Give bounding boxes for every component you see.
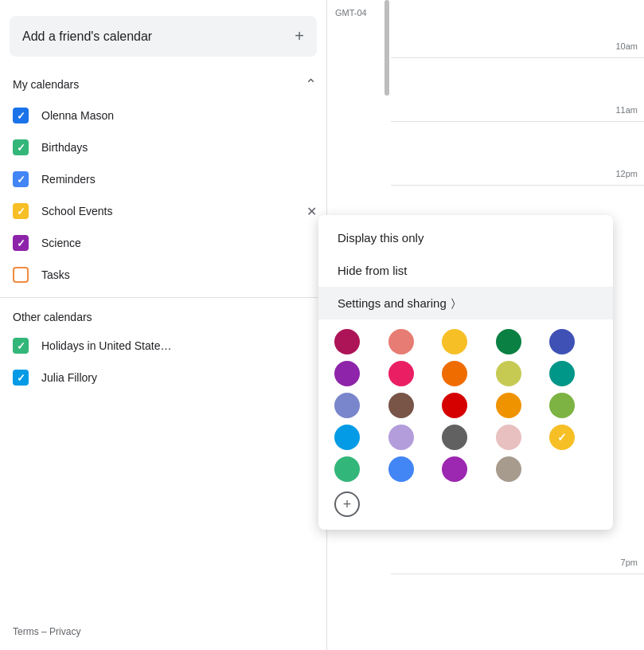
color-swatch-avocado[interactable] — [496, 361, 521, 386]
color-swatch-tomato2[interactable] — [442, 393, 467, 418]
privacy-link[interactable]: Privacy — [49, 626, 80, 637]
calendar-item-holidays[interactable]: ✓ Holidays in United State… — [0, 330, 326, 362]
add-plus-icon: + — [295, 27, 304, 45]
color-swatch-banana-selected[interactable] — [549, 425, 575, 450]
calendar-label-school: School Events — [41, 205, 306, 217]
calendar-checkbox-tasks — [13, 267, 29, 283]
color-swatch-mango[interactable] — [496, 393, 521, 418]
calendar-item-tasks[interactable]: Tasks — [0, 259, 326, 291]
terms-link[interactable]: Terms — [13, 626, 39, 637]
grid-line-12pm — [391, 185, 644, 186]
color-swatch-pink[interactable] — [388, 361, 414, 386]
section-separator — [0, 297, 326, 298]
calendar-checkbox-holidays: ✓ — [13, 338, 29, 354]
grid-line-11am — [391, 121, 644, 122]
menu-item-hide[interactable]: Hide from list — [318, 254, 613, 287]
color-swatch-green[interactable] — [549, 393, 575, 418]
color-swatch-peacock[interactable] — [549, 329, 575, 354]
calendar-item-science[interactable]: ✓ Science — [0, 227, 326, 259]
gmt-label: GMT-04 — [335, 8, 367, 18]
footer: Terms – Privacy — [13, 626, 80, 637]
color-swatch-flamingo[interactable] — [388, 329, 414, 354]
color-swatch-teal[interactable] — [549, 361, 575, 386]
other-calendars-section: Other calendars — [0, 304, 326, 327]
my-calendars-chevron-icon[interactable]: ⌃ — [305, 76, 317, 93]
add-friend-button[interactable]: Add a friend's calendar + — [10, 16, 317, 57]
other-calendars-title: Other calendars — [13, 311, 92, 323]
footer-links: Terms – Privacy — [13, 626, 80, 637]
menu-item-display-only[interactable]: Display this only — [318, 221, 613, 254]
calendar-checkbox-julia: ✓ — [13, 370, 29, 386]
cursor-icon: 〉 — [451, 296, 455, 310]
color-swatch-blush[interactable] — [496, 425, 521, 450]
calendar-item-reminders[interactable]: ✓ Reminders — [0, 163, 326, 195]
color-swatch-graphite[interactable] — [388, 393, 414, 418]
color-swatch-sage[interactable] — [496, 329, 521, 354]
settings-sharing-label: Settings and sharing — [338, 296, 447, 310]
color-swatch-wisteria[interactable] — [388, 425, 414, 450]
my-calendars-title: My calendars — [13, 78, 79, 91]
calendar-label-olenna: Olenna Mason — [41, 109, 317, 122]
color-swatch-pebble[interactable] — [496, 456, 521, 482]
calendar-label-tasks: Tasks — [41, 268, 317, 281]
calendar-checkbox-olenna: ✓ — [13, 108, 29, 123]
color-swatch-lavender[interactable] — [334, 393, 360, 418]
color-swatch-tomato[interactable] — [334, 329, 360, 354]
calendar-checkbox-birthdays: ✓ — [13, 139, 29, 155]
calendar-label-holidays: Holidays in United State… — [41, 339, 317, 352]
calendar-checkbox-reminders: ✓ — [13, 171, 29, 187]
hide-from-list-label: Hide from list — [338, 264, 408, 277]
time-label-11am: 11am — [615, 105, 638, 115]
context-menu: Display this only Hide from list Setting… — [318, 215, 613, 530]
color-swatch-blue[interactable] — [334, 425, 360, 450]
calendar-close-school-icon[interactable]: ✕ — [306, 204, 317, 219]
display-only-label: Display this only — [338, 231, 423, 245]
color-swatch-plum[interactable] — [442, 456, 467, 482]
time-label-12pm: 12pm — [615, 169, 638, 178]
color-swatch-tangerine[interactable] — [442, 361, 467, 386]
time-label-10am: 10am — [615, 41, 638, 51]
add-custom-color-button[interactable]: + — [334, 491, 360, 517]
my-calendars-section: My calendars ⌃ — [0, 69, 326, 96]
calendar-checkbox-school: ✓ — [13, 203, 29, 219]
calendar-label-julia: Julia Fillory — [41, 371, 317, 384]
footer-separator: – — [41, 626, 47, 637]
calendar-label-reminders: Reminders — [41, 173, 317, 186]
calendar-checkbox-science: ✓ — [13, 235, 29, 251]
color-swatch-cobalt[interactable] — [388, 456, 414, 482]
calendar-item-school[interactable]: ✓ School Events ✕ — [0, 195, 326, 227]
calendar-label-birthdays: Birthdays — [41, 141, 317, 154]
menu-item-settings[interactable]: Settings and sharing 〉 — [318, 287, 613, 319]
time-label-7pm: 7pm — [621, 558, 638, 567]
color-swatch-gray[interactable] — [442, 425, 467, 450]
calendar-item-olenna[interactable]: ✓ Olenna Mason — [0, 100, 326, 131]
color-swatch-basil[interactable] — [334, 456, 360, 482]
color-swatch-banana[interactable] — [442, 329, 467, 354]
calendar-item-birthdays[interactable]: ✓ Birthdays — [0, 131, 326, 163]
color-swatch-grape[interactable] — [334, 361, 360, 386]
scroll-bar[interactable] — [384, 0, 389, 96]
calendar-item-julia[interactable]: ✓ Julia Fillory — [0, 362, 326, 394]
calendar-label-science: Science — [41, 237, 317, 249]
grid-line-10am — [391, 57, 644, 58]
sidebar: Add a friend's calendar + My calendars ⌃… — [0, 0, 326, 650]
add-friend-label: Add a friend's calendar — [22, 29, 152, 44]
color-grid — [318, 319, 613, 488]
grid-line-7pm — [391, 574, 644, 574]
